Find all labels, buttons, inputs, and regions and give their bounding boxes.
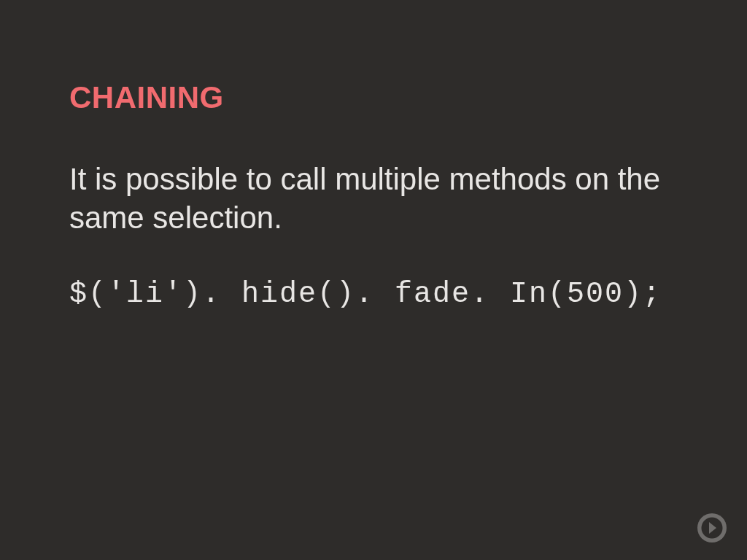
arrow-right-circle-icon (696, 534, 728, 546)
next-button[interactable] (696, 512, 728, 544)
slide-code-example: $('li'). hide(). fade. In(500); (69, 278, 678, 311)
slide-body-text: It is possible to call multiple methods … (69, 160, 678, 237)
slide-title: CHAINING (69, 80, 678, 115)
slide-container: CHAINING It is possible to call multiple… (0, 0, 747, 560)
